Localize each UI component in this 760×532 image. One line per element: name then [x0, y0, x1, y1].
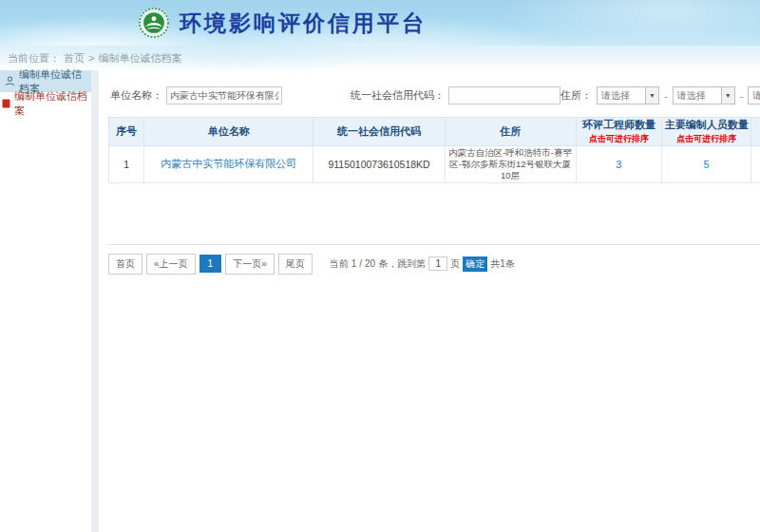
pagination-first-button[interactable]: 首页 — [108, 254, 142, 275]
select-separator: - — [740, 90, 744, 102]
cell-status: 正常公开 — [751, 146, 760, 183]
pagination-page-size: 20 — [365, 258, 375, 269]
col-header-index: 序号 — [109, 118, 144, 146]
col-header-engineers-sortable[interactable]: 环评工程师数量 点击可进行排序 — [576, 118, 661, 146]
pagination-jump-label: 条，跳到第 — [378, 257, 426, 271]
col-header-address: 住所 — [445, 118, 576, 146]
user-icon — [5, 76, 15, 86]
breadcrumb-prefix: 当前位置： — [8, 51, 60, 66]
pagination-prev-button[interactable]: «上一页 — [146, 254, 196, 275]
red-file-icon — [2, 99, 10, 108]
credit-code-label: 统一社会信用代码： — [351, 88, 445, 103]
unit-name-link[interactable]: 内蒙古中实节能环保有限公司 — [161, 158, 296, 169]
credit-code-input[interactable] — [448, 86, 560, 104]
sort-hint: 点击可进行排序 — [577, 133, 661, 145]
col-header-unit-name: 单位名称 — [143, 118, 314, 146]
cell-credit-code: 9115010073610518KD — [314, 146, 445, 183]
table-header-row: 序号 单位名称 统一社会信用代码 住所 环评工程师数量 点击可进行排序 主要编制… — [109, 118, 760, 146]
pagination-jump-input[interactable] — [428, 256, 447, 271]
mee-logo-icon — [138, 7, 170, 39]
breadcrumb-separator: > — [88, 52, 94, 64]
sidebar: 编制单位诚信档案 编制单位诚信档案 — [0, 70, 91, 532]
pagination-confirm-button[interactable]: 确定 — [463, 256, 487, 272]
page-title: 环境影响评价信用平台 — [180, 9, 427, 38]
col-header-status: 当前状态 — [751, 118, 760, 146]
app-header: 环境影响评价信用平台 — [0, 0, 760, 46]
sidebar-divider — [91, 70, 99, 532]
staff-count-link[interactable]: 5 — [704, 159, 710, 170]
col-header-credit-code: 统一社会信用代码 — [314, 118, 445, 146]
address-province-select[interactable]: 请选择 ▼ — [597, 86, 659, 104]
pagination-slash: / — [359, 258, 362, 269]
unit-name-input[interactable] — [166, 86, 282, 104]
chevron-down-icon: ▼ — [645, 87, 658, 104]
unit-name-label: 单位名称： — [110, 88, 162, 103]
pagination-page-1-button[interactable]: 1 — [200, 255, 222, 273]
pagination-info: 当前 1 / 20 条，跳到第 页 确定 共1条 — [330, 256, 515, 272]
pagination-last-button[interactable]: 尾页 — [278, 254, 313, 275]
main-content: 单位名称： 统一社会信用代码： 住所： 请选择 ▼ - 请选择 ▼ — [99, 70, 760, 532]
select-separator: - — [664, 90, 668, 102]
sidebar-item-label: 编制单位诚信档案 — [14, 89, 91, 118]
address-city-select[interactable]: 请选择 ▼ — [673, 86, 735, 104]
breadcrumb-current: 编制单位诚信档案 — [98, 51, 181, 66]
results-table: 序号 单位名称 统一社会信用代码 住所 环评工程师数量 点击可进行排序 主要编制… — [108, 117, 760, 183]
sidebar-subitem-unit-credit-archive[interactable]: 编制单位诚信档案 — [0, 92, 91, 114]
breadcrumb: 当前位置： 首页 > 编制单位诚信档案 — [0, 46, 760, 70]
col-header-staff-sortable[interactable]: 主要编制人员数量 点击可进行排序 — [662, 118, 751, 146]
pagination-page-unit: 页 — [450, 257, 460, 271]
sort-hint: 点击可进行排序 — [662, 133, 750, 145]
pagination-bar: 首页 «上一页 1 下一页» 尾页 当前 1 / 20 条，跳到第 页 确定 共… — [108, 244, 760, 275]
pagination-next-button[interactable]: 下一页» — [225, 254, 275, 275]
engineers-count-link[interactable]: 3 — [616, 159, 621, 170]
pagination-total: 共1条 — [490, 257, 515, 271]
pagination-current-label: 当前 — [330, 257, 349, 271]
search-form: 单位名称： 统一社会信用代码： 住所： 请选择 ▼ - 请选择 ▼ — [108, 70, 760, 117]
address-district-select[interactable]: 请选择 ▼ — [748, 86, 760, 104]
chevron-down-icon: ▼ — [721, 87, 734, 104]
cell-index: 1 — [109, 146, 144, 183]
address-label: 住所： — [560, 88, 592, 103]
table-row: 1 内蒙古中实节能环保有限公司 9115010073610518KD 内蒙古自治… — [109, 146, 760, 183]
app-window: 环境影响评价信用平台 当前位置： 首页 > 编制单位诚信档案 编制单位诚信档案 — [0, 0, 760, 532]
breadcrumb-home-link[interactable]: 首页 — [64, 51, 85, 66]
pagination-current-value: 1 — [352, 258, 357, 269]
cell-address: 内蒙古自治区-呼和浩特市-赛罕区-鄂尔多斯东街12号银联大厦10层 — [445, 146, 576, 183]
